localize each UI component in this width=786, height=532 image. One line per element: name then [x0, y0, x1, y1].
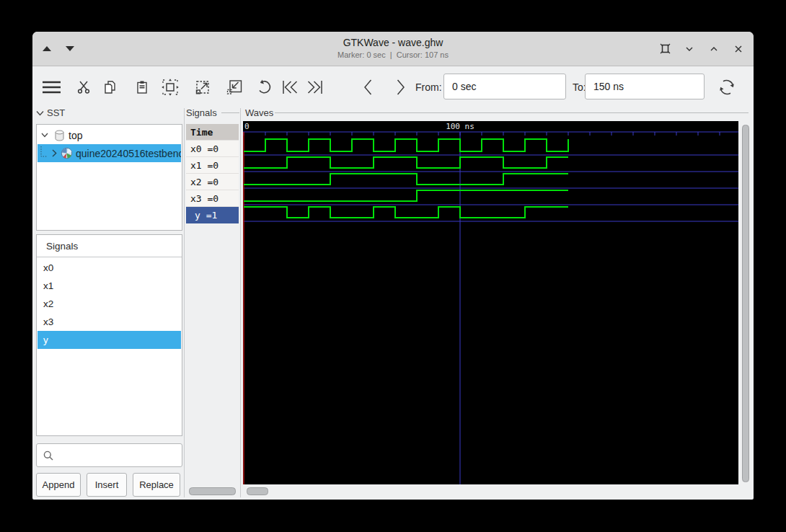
- filter-input[interactable]: [36, 443, 182, 467]
- menu-icon: [42, 79, 61, 95]
- append-button[interactable]: Append: [36, 473, 81, 497]
- prev-edge-button[interactable]: [355, 74, 382, 101]
- from-input[interactable]: [443, 74, 566, 99]
- titlebar[interactable]: GTKWave - wave.ghw Marker: 0 sec | Curso…: [32, 32, 754, 66]
- frame-line: [275, 112, 749, 113]
- paste-icon: [135, 80, 149, 94]
- name-column-hscrollbar[interactable]: [189, 487, 236, 495]
- reload-button[interactable]: [713, 74, 741, 101]
- component-globe-icon: [59, 147, 74, 159]
- cut-icon: [76, 80, 91, 94]
- list-item-x3[interactable]: x3: [37, 313, 181, 331]
- next-edge-button[interactable]: [387, 74, 414, 101]
- fullscreen-button[interactable]: [658, 43, 671, 56]
- zoom-out-button[interactable]: [221, 74, 248, 101]
- timeline-label: 0: [244, 122, 250, 131]
- waveform-canvas[interactable]: 0100 ns: [243, 121, 738, 484]
- tree-item-testbench[interactable]: quine20240516testbench: [37, 144, 181, 162]
- zoom-fit-button[interactable]: [156, 74, 184, 101]
- zoom-out-icon: [226, 79, 243, 96]
- chevron-right-icon: [392, 78, 409, 97]
- waves-hscrollbar[interactable]: [247, 487, 268, 495]
- waves-vscrollbar[interactable]: [742, 125, 749, 482]
- wave-signal-row[interactable]: x1 =0: [186, 157, 239, 174]
- zoom-in-icon: [194, 79, 211, 96]
- window-title: GTKWave - wave.ghw: [32, 37, 754, 48]
- cut-button[interactable]: [70, 74, 97, 101]
- close-icon: [733, 43, 744, 55]
- insert-button[interactable]: Insert: [87, 473, 127, 497]
- timeline-label: 100 ns: [446, 122, 474, 131]
- sst-expander-icon[interactable]: [36, 110, 44, 116]
- menu-button[interactable]: [37, 74, 65, 101]
- maximize-button[interactable]: [707, 43, 720, 56]
- pane-splitter-waves[interactable]: [240, 108, 241, 497]
- sst-header[interactable]: SST: [36, 107, 65, 118]
- signal-list-header-label: Signals: [46, 241, 78, 252]
- marker-cursor-status: Marker: 0 sec | Cursor: 107 ns: [32, 50, 754, 59]
- expander-closed-icon[interactable]: [49, 149, 59, 157]
- tree-item-label: top: [69, 130, 82, 141]
- sst-tree: top quine20240516testbench: [36, 124, 182, 231]
- from-label: From:: [415, 81, 442, 93]
- wave-trace-x3: [244, 190, 568, 201]
- zoom-fit-icon: [161, 78, 180, 97]
- wave-trace-y: [244, 207, 568, 218]
- tree-item-top[interactable]: top: [37, 126, 181, 144]
- wave-signal-row[interactable]: x0 =0: [186, 141, 239, 157]
- reload-icon: [717, 78, 736, 97]
- copy-icon: [102, 80, 117, 94]
- undo-button[interactable]: [250, 74, 278, 101]
- zoom-in-button[interactable]: [189, 74, 216, 101]
- wave-trace-x1: [244, 157, 568, 168]
- copy-button[interactable]: [96, 74, 123, 101]
- wave-trace-x0: [244, 139, 568, 151]
- to-start-button[interactable]: [276, 74, 304, 101]
- chevron-left-icon: [360, 78, 377, 97]
- minimize-button[interactable]: [683, 43, 696, 56]
- tree-connector: [37, 146, 49, 161]
- wave-trace-x2: [244, 174, 568, 185]
- list-item-y[interactable]: y: [37, 331, 181, 349]
- close-button[interactable]: [732, 43, 745, 56]
- to-input[interactable]: [585, 74, 705, 99]
- list-item-x1[interactable]: x1: [37, 277, 181, 295]
- fullscreen-icon: [659, 43, 671, 55]
- search-icon: [43, 450, 54, 461]
- database-icon: [52, 130, 66, 141]
- wave-signal-row[interactable]: x2 =0: [186, 174, 239, 190]
- signal-list-panel: Signals x0 x1 x2 x3 y: [36, 234, 182, 436]
- wave-signal-row[interactable]: x3 =0: [186, 190, 239, 207]
- undo-icon: [255, 79, 273, 96]
- tree-item-label: quine20240516testbench: [76, 148, 181, 159]
- to-start-icon: [281, 79, 299, 96]
- paste-button[interactable]: [128, 74, 156, 101]
- list-item-x2[interactable]: x2: [37, 295, 181, 313]
- sst-label: SST: [47, 107, 65, 118]
- wave-signal-row-selected[interactable]: y =1: [186, 207, 239, 223]
- to-end-icon: [306, 79, 324, 96]
- gtkwave-window: GTKWave - wave.ghw Marker: 0 sec | Curso…: [32, 32, 754, 500]
- list-item-x0[interactable]: x0: [37, 259, 181, 277]
- chevron-down-icon: [684, 43, 695, 55]
- signal-list-header[interactable]: Signals: [37, 235, 182, 257]
- frame-line: [221, 112, 239, 113]
- waves-frame-label: Waves: [245, 107, 273, 118]
- pane-splitter-left[interactable]: [184, 108, 185, 497]
- wave-time-header[interactable]: Time: [186, 124, 239, 141]
- waves-signals-frame-label: Signals: [186, 107, 217, 118]
- wave-name-column: Time x0 =0 x1 =0 x2 =0 x3 =0 y =1: [186, 124, 239, 224]
- chevron-up-icon: [708, 43, 720, 55]
- replace-button[interactable]: Replace: [133, 473, 180, 497]
- expander-open-icon[interactable]: [37, 133, 52, 138]
- to-label: To:: [573, 81, 586, 93]
- to-end-button[interactable]: [301, 74, 329, 101]
